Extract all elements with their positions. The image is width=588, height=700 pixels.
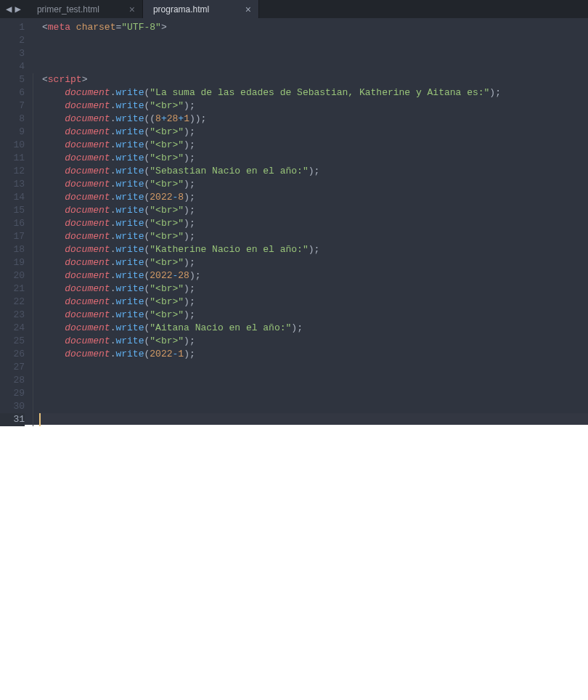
code-token: write <box>115 322 144 333</box>
code-token: 1 <box>178 349 184 359</box>
code-line[interactable]: document.write("Sebastian Nacio en el añ… <box>42 165 588 178</box>
fold-guide <box>30 204 39 217</box>
tab-programa-html[interactable]: programa.html× <box>143 0 259 18</box>
code-token: charset <box>76 22 116 33</box>
tab-label: programa.html <box>153 4 209 15</box>
code-token: "Katherine Nacio en el año:" <box>150 244 308 255</box>
line-number: 4 <box>0 60 25 73</box>
fold-guide <box>30 361 39 374</box>
code-token: ); <box>184 152 195 163</box>
code-token: write <box>115 244 144 255</box>
code-token: write <box>115 166 144 176</box>
fold-guide <box>30 139 39 152</box>
code-line[interactable]: document.write("<br>"); <box>42 178 588 191</box>
code-token: "<br>" <box>150 296 184 307</box>
fold-guide <box>30 34 39 47</box>
code-token: ); <box>189 270 201 281</box>
code-line[interactable]: document.write(2022-8); <box>42 191 588 204</box>
code-token: 2022 <box>150 270 172 281</box>
code-token: 2022 <box>150 192 172 203</box>
close-icon[interactable]: × <box>240 4 251 15</box>
code-editor[interactable]: 1234567891011121314151617181920212223242… <box>0 18 588 425</box>
fold-guide <box>30 21 39 34</box>
code-line[interactable]: document.write("<br>"); <box>42 309 588 322</box>
code-token: "<br>" <box>150 126 184 137</box>
code-token: write <box>115 113 144 124</box>
tab-bar: ◀ ▶ primer_test.html×programa.html× <box>0 0 588 18</box>
code-token: "<br>" <box>150 231 184 242</box>
code-line[interactable] <box>42 387 588 400</box>
code-line[interactable]: document.write("<br>"); <box>42 99 588 113</box>
code-line[interactable]: document.write(2022-1); <box>42 348 588 361</box>
line-number: 21 <box>0 282 25 296</box>
code-token: "<br>" <box>150 309 184 320</box>
line-number: 5 <box>0 73 25 86</box>
line-number: 27 <box>0 361 25 374</box>
code-token <box>42 87 65 98</box>
code-area[interactable]: <meta charset="UTF-8"><script> document.… <box>39 18 588 425</box>
line-number: 11 <box>0 152 25 165</box>
fold-guide <box>30 178 39 191</box>
code-token: document <box>65 192 110 203</box>
code-line[interactable]: document.write("Aitana Nacio en el año:"… <box>42 322 588 335</box>
code-token: ); <box>184 126 195 137</box>
code-token: ); <box>184 349 195 359</box>
fold-guide <box>30 243 39 256</box>
code-line[interactable]: document.write("<br>"); <box>42 230 588 243</box>
code-token: document <box>65 322 110 333</box>
code-token: "Aitana Nacio en el año:" <box>150 322 291 333</box>
code-token <box>42 192 65 203</box>
code-line[interactable]: document.write("Katherine Nacio en el añ… <box>42 243 588 256</box>
code-line[interactable] <box>42 47 588 60</box>
code-token: document <box>65 87 110 98</box>
code-line[interactable]: document.write("<br>"); <box>42 256 588 269</box>
close-icon[interactable]: × <box>123 4 135 15</box>
code-line[interactable]: document.write("<br>"); <box>42 296 588 309</box>
fold-guide <box>30 256 39 269</box>
code-line[interactable]: document.write("<br>"); <box>42 204 588 217</box>
code-line[interactable]: document.write("<br>"); <box>42 282 588 296</box>
nav-back-icon[interactable]: ◀ <box>4 3 13 15</box>
code-token: document <box>65 309 110 320</box>
code-line[interactable]: document.write("<br>"); <box>42 139 588 152</box>
line-number: 16 <box>0 217 25 230</box>
code-line[interactable] <box>42 400 588 413</box>
code-line[interactable]: document.write("La suma de las edades de… <box>42 86 588 99</box>
code-token: write <box>115 309 144 320</box>
code-token: document <box>65 244 110 255</box>
fold-guide <box>30 47 39 60</box>
code-line[interactable]: document.write(2022-28); <box>42 269 588 282</box>
code-line[interactable] <box>42 374 588 387</box>
code-token <box>42 100 65 111</box>
fold-guide <box>30 217 39 230</box>
code-line[interactable]: <script> <box>42 73 588 86</box>
code-line[interactable]: document.write((8+28+1)); <box>42 113 588 126</box>
code-line[interactable]: <meta charset="UTF-8"> <box>42 21 588 34</box>
code-line[interactable] <box>42 60 588 73</box>
code-token <box>42 309 65 320</box>
code-line[interactable] <box>42 361 588 374</box>
line-number: 24 <box>0 322 25 335</box>
fold-guide <box>30 191 39 204</box>
code-line[interactable]: document.write("<br>"); <box>42 335 588 348</box>
code-token <box>42 270 65 281</box>
code-line[interactable]: document.write("<br>"); <box>42 217 588 230</box>
code-line[interactable]: document.write("<br>"); <box>42 152 588 165</box>
fold-guide <box>30 126 39 139</box>
code-line[interactable] <box>42 34 588 47</box>
nav-forward-icon[interactable]: ▶ <box>13 3 22 15</box>
line-number: 12 <box>0 165 25 178</box>
tab-primer-test-html[interactable]: primer_test.html× <box>27 0 143 18</box>
code-line[interactable]: document.write("<br>"); <box>42 126 588 139</box>
line-number: 30 <box>0 400 25 413</box>
code-token: ); <box>184 231 195 242</box>
code-token: "<br>" <box>150 335 184 346</box>
code-token: 8 <box>155 113 161 124</box>
code-token: write <box>115 231 144 242</box>
code-token: document <box>65 218 110 229</box>
code-token: write <box>115 218 144 229</box>
line-number: 13 <box>0 178 25 191</box>
line-number: 28 <box>0 374 25 387</box>
tab-label: primer_test.html <box>37 4 99 15</box>
line-number: 6 <box>0 86 25 99</box>
